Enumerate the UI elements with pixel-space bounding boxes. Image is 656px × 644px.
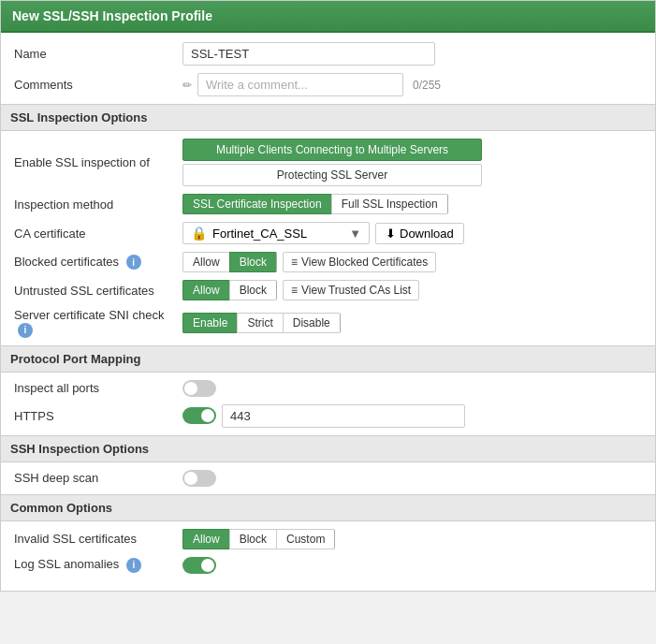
blocked-certs-label: Blocked certificates i: [14, 255, 182, 271]
blocked-certs-controls: Allow Block ≡ View Blocked Certificates: [182, 252, 436, 272]
list2-icon: ≡: [291, 284, 298, 297]
ca-cert-value: 🔒 Fortinet_CA_SSL ▼ ⬇ Download: [182, 222, 464, 244]
window-title: New SSL/SSH Inspection Profile: [12, 8, 212, 23]
title-bar: New SSL/SSH Inspection Profile: [1, 1, 655, 33]
view-trusted-cas-btn[interactable]: ≡ View Trusted CAs List: [283, 280, 419, 300]
invalid-ssl-row: Invalid SSL certificates Allow Block Cus…: [14, 529, 642, 549]
log-anomalies-switch[interactable]: [182, 557, 216, 574]
inspect-all-ports-toggle: [182, 380, 216, 397]
view-blocked-certs-btn[interactable]: ≡ View Blocked Certificates: [283, 252, 436, 272]
ssh-deep-scan-switch[interactable]: [182, 470, 216, 487]
comments-label: Comments: [14, 78, 182, 92]
enable-ssl-multiple-clients[interactable]: Multiple Clients Connecting to Multiple …: [182, 139, 482, 161]
untrusted-block-btn[interactable]: Block: [229, 280, 277, 300]
https-field-value: [182, 404, 465, 428]
comments-field-value: ✏ 0/255: [182, 73, 441, 96]
protocol-section-header: Protocol Port Mapping: [1, 345, 655, 373]
https-label: HTTPS: [14, 409, 182, 423]
sni-buttons: Enable Strict Disable: [182, 313, 341, 333]
comments-input[interactable]: [197, 73, 403, 96]
inspection-method-buttons: SSL Certificate Inspection Full SSL Insp…: [182, 194, 448, 214]
untrusted-ssl-label: Untrusted SSL certificates: [14, 284, 182, 298]
log-anomalies-row: Log SSL anomalies i: [14, 557, 642, 574]
blocked-certs-row: Blocked certificates i Allow Block ≡ Vie…: [14, 252, 642, 272]
sni-disable-btn[interactable]: Disable: [283, 313, 341, 333]
ssl-section-header: SSL Inspection Options: [1, 104, 655, 131]
https-port-input[interactable]: [222, 404, 465, 428]
ssh-deep-scan-slider: [182, 470, 216, 487]
main-window: New SSL/SSH Inspection Profile Name Comm…: [0, 0, 656, 592]
sni-label: Server certificate SNI check i: [14, 308, 182, 338]
full-ssl-inspection-btn[interactable]: Full SSL Inspection: [331, 194, 448, 214]
ca-cert-text: Fortinet_CA_SSL: [212, 227, 307, 241]
sni-enable-btn[interactable]: Enable: [182, 313, 237, 333]
sni-row: Server certificate SNI check i Enable St…: [14, 308, 642, 338]
https-slider: [182, 407, 216, 424]
blocked-certs-block-btn[interactable]: Block: [229, 252, 277, 272]
ca-cert-label: CA certificate: [14, 227, 182, 241]
comments-row: Comments ✏ 0/255: [14, 73, 642, 96]
name-row: Name: [14, 42, 642, 66]
char-count: 0/255: [413, 79, 441, 92]
sni-strict-btn[interactable]: Strict: [237, 313, 282, 333]
name-label: Name: [14, 47, 182, 61]
list-icon: ≡: [291, 256, 298, 269]
untrusted-allow-block: Allow Block: [182, 280, 277, 300]
inspection-method-row: Inspection method SSL Certificate Inspec…: [14, 194, 642, 214]
enable-ssl-buttons: Multiple Clients Connecting to Multiple …: [182, 139, 482, 186]
log-anomalies-toggle: [182, 557, 216, 574]
log-anomalies-info-icon[interactable]: i: [126, 558, 141, 573]
cert-icon: 🔒: [191, 226, 207, 241]
inspect-all-ports-switch[interactable]: [182, 380, 216, 397]
pencil-icon: ✏: [182, 79, 192, 92]
enable-ssl-protecting-server[interactable]: Protecting SSL Server: [182, 164, 482, 186]
log-anomalies-slider: [182, 557, 216, 574]
inspection-method-label: Inspection method: [14, 198, 182, 212]
untrusted-allow-btn[interactable]: Allow: [182, 280, 229, 300]
inspect-all-ports-row: Inspect all ports: [14, 380, 642, 397]
name-input[interactable]: [182, 42, 435, 66]
chevron-down-icon: ▼: [349, 227, 361, 241]
download-icon: ⬇: [386, 227, 396, 241]
blocked-certs-allow-block: Allow Block: [182, 252, 277, 272]
ca-cert-dropdown[interactable]: 🔒 Fortinet_CA_SSL ▼: [182, 222, 370, 244]
blocked-certs-allow-btn[interactable]: Allow: [182, 252, 229, 272]
invalid-ssl-allow-btn[interactable]: Allow: [182, 529, 229, 549]
https-row: HTTPS: [14, 404, 642, 428]
enable-ssl-label: Enable SSL inspection of: [14, 155, 182, 169]
ssh-deep-scan-label: SSH deep scan: [14, 471, 182, 485]
https-toggle[interactable]: [182, 407, 216, 424]
untrusted-ssl-controls: Allow Block ≡ View Trusted CAs List: [182, 280, 419, 300]
invalid-ssl-block-btn[interactable]: Block: [229, 529, 276, 549]
blocked-certs-info-icon[interactable]: i: [126, 255, 141, 270]
ssh-deep-scan-row: SSH deep scan: [14, 470, 642, 487]
download-label: Download: [400, 227, 454, 241]
inspect-all-slider: [182, 380, 216, 397]
download-button[interactable]: ⬇ Download: [375, 223, 464, 244]
view-blocked-certs-label: View Blocked Certificates: [301, 256, 428, 269]
untrusted-ssl-row: Untrusted SSL certificates Allow Block ≡…: [14, 280, 642, 300]
ssh-deep-scan-toggle: [182, 470, 216, 487]
sni-info-icon[interactable]: i: [18, 323, 33, 338]
invalid-ssl-custom-btn[interactable]: Custom: [276, 529, 335, 549]
ca-cert-row: CA certificate 🔒 Fortinet_CA_SSL ▼ ⬇ Dow…: [14, 222, 642, 244]
ssl-cert-inspection-btn[interactable]: SSL Certificate Inspection: [182, 194, 331, 214]
ssh-section-header: SSH Inspection Options: [1, 435, 655, 462]
inspect-all-ports-label: Inspect all ports: [14, 381, 182, 395]
enable-ssl-row: Enable SSL inspection of Multiple Client…: [14, 139, 642, 186]
invalid-ssl-label: Invalid SSL certificates: [14, 532, 182, 546]
view-trusted-cas-label: View Trusted CAs List: [301, 284, 411, 297]
name-field-value: [182, 42, 435, 66]
common-section-header: Common Options: [1, 494, 655, 521]
invalid-ssl-buttons: Allow Block Custom: [182, 529, 335, 549]
log-anomalies-label: Log SSL anomalies i: [14, 557, 182, 573]
